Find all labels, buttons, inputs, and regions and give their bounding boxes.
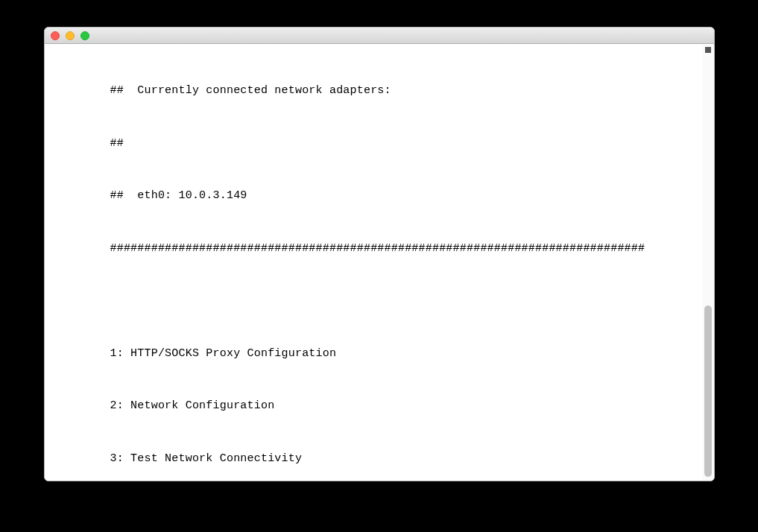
maximize-icon[interactable] bbox=[80, 31, 89, 40]
terminal-content[interactable]: ## Currently connected network adapters:… bbox=[45, 44, 714, 481]
terminal-window: ## Currently connected network adapters:… bbox=[44, 27, 715, 481]
minimize-icon[interactable] bbox=[66, 31, 75, 40]
menu-item: 1: HTTP/SOCKS Proxy Configuration bbox=[45, 345, 714, 363]
header-line: ## bbox=[45, 135, 714, 153]
scrollbar-thumb[interactable] bbox=[704, 305, 712, 477]
scroll-indicator-icon bbox=[705, 47, 711, 53]
header-line: ## eth0: 10.0.3.149 bbox=[45, 187, 714, 205]
menu-item: 2: Network Configuration bbox=[45, 397, 714, 415]
blank-line bbox=[45, 292, 714, 310]
terminal-body[interactable]: ## Currently connected network adapters:… bbox=[45, 44, 714, 481]
header-line: ## Currently connected network adapters: bbox=[45, 82, 714, 100]
close-icon[interactable] bbox=[51, 31, 60, 40]
menu-item: 3: Test Network Connectivity bbox=[45, 450, 714, 468]
titlebar[interactable] bbox=[45, 28, 714, 44]
header-divider: ########################################… bbox=[45, 240, 714, 258]
scrollbar-track[interactable] bbox=[703, 45, 713, 480]
